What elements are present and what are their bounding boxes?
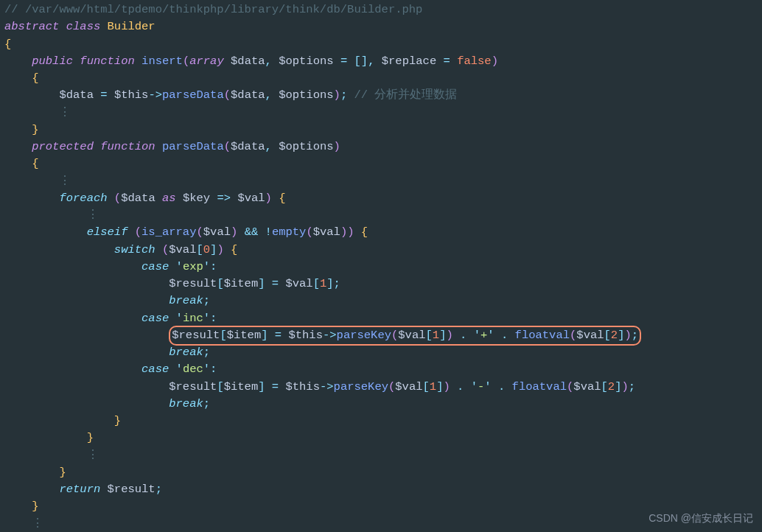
watermark: CSDN @信安成长日记 (649, 511, 753, 526)
parsedata-signature: protected function parseData($data, $opt… (0, 139, 762, 155)
case-dec: case 'dec': (0, 361, 762, 378)
case-inc-body: $result[$item] = $this->parseKey($val[1]… (0, 327, 762, 344)
brace-open: { (0, 36, 762, 53)
return: return $result; (0, 481, 762, 498)
insert-signature: public function insert(array $data, $opt… (0, 53, 762, 70)
brace-open: { (0, 155, 762, 172)
brace-close: } (0, 430, 762, 447)
case-exp: case 'exp': (0, 259, 762, 276)
case-inc: case 'inc': (0, 310, 762, 327)
insert-body: $data = $this->parseData($data, $options… (0, 87, 762, 104)
brace-close: } (0, 464, 762, 481)
brace-close: } (0, 498, 762, 515)
elseif: elseif (is_array($val) && !empty($val)) … (0, 224, 762, 241)
break: break; (0, 293, 762, 309)
ellipsis-icon: ⋮ (0, 447, 762, 464)
brace-open: { (0, 70, 762, 87)
switch: switch ($val[0]) { (0, 242, 762, 259)
break: break; (0, 344, 762, 361)
ellipsis-icon: ⋮ (0, 105, 762, 122)
foreach: foreach ($data as $key => $val) { (0, 190, 762, 207)
brace-close: } (0, 122, 762, 139)
brace-close: } (0, 413, 762, 430)
ellipsis-icon: ⋮ (0, 516, 762, 533)
break: break; (0, 396, 762, 413)
highlighted-line: $result[$item] = $this->parseKey($val[1]… (169, 326, 641, 346)
ellipsis-icon: ⋮ (0, 173, 762, 190)
case-dec-body: $result[$item] = $this->parseKey($val[1]… (0, 379, 762, 396)
code-block: // /var/www/html/tpdemo/thinkphp/library… (0, 1, 762, 532)
case-exp-body: $result[$item] = $val[1]; (0, 276, 762, 293)
file-path-comment: // /var/www/html/tpdemo/thinkphp/library… (0, 1, 762, 18)
ellipsis-icon: ⋮ (0, 207, 762, 224)
class-declaration: abstract class Builder (0, 18, 762, 35)
